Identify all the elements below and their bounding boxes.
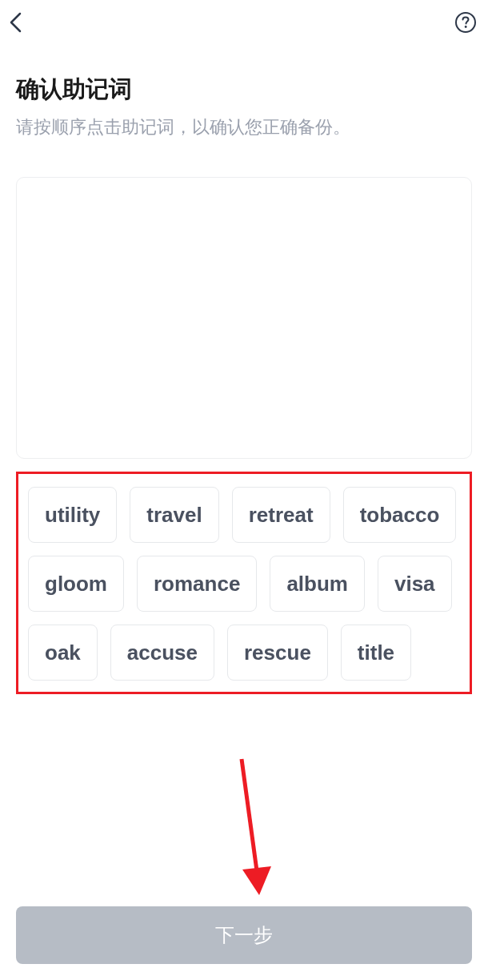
word-chip-title[interactable]: title (341, 625, 411, 681)
word-chip-retreat[interactable]: retreat (232, 487, 330, 543)
word-chip-visa[interactable]: visa (378, 556, 452, 612)
word-chip-tobacco[interactable]: tobacco (343, 487, 457, 543)
word-chip-accuse[interactable]: accuse (110, 625, 214, 681)
svg-line-2 (242, 759, 258, 877)
annotation-arrow-icon (224, 753, 288, 905)
page-title: 确认助记词 (16, 74, 472, 106)
mnemonic-words-container: utility travel retreat tobacco gloom rom… (16, 472, 472, 694)
word-chip-romance[interactable]: romance (137, 556, 257, 612)
back-button[interactable] (5, 11, 27, 34)
header-bar (0, 0, 488, 45)
word-chip-album[interactable]: album (270, 556, 365, 612)
main-content: 确认助记词 请按顺序点击助记词，以确认您正确备份。 utility travel… (0, 45, 488, 694)
svg-point-1 (465, 26, 467, 28)
chevron-left-icon (7, 11, 25, 34)
word-chip-gloom[interactable]: gloom (28, 556, 124, 612)
question-circle-icon (454, 11, 477, 34)
next-button[interactable]: 下一步 (16, 906, 472, 964)
word-chip-utility[interactable]: utility (28, 487, 117, 543)
selected-words-area[interactable] (16, 177, 472, 459)
word-chip-oak[interactable]: oak (28, 625, 98, 681)
help-button[interactable] (453, 10, 478, 35)
svg-marker-3 (242, 866, 271, 895)
page-subtitle: 请按顺序点击助记词，以确认您正确备份。 (16, 114, 472, 140)
word-chip-travel[interactable]: travel (130, 487, 218, 543)
word-chip-rescue[interactable]: rescue (227, 625, 328, 681)
